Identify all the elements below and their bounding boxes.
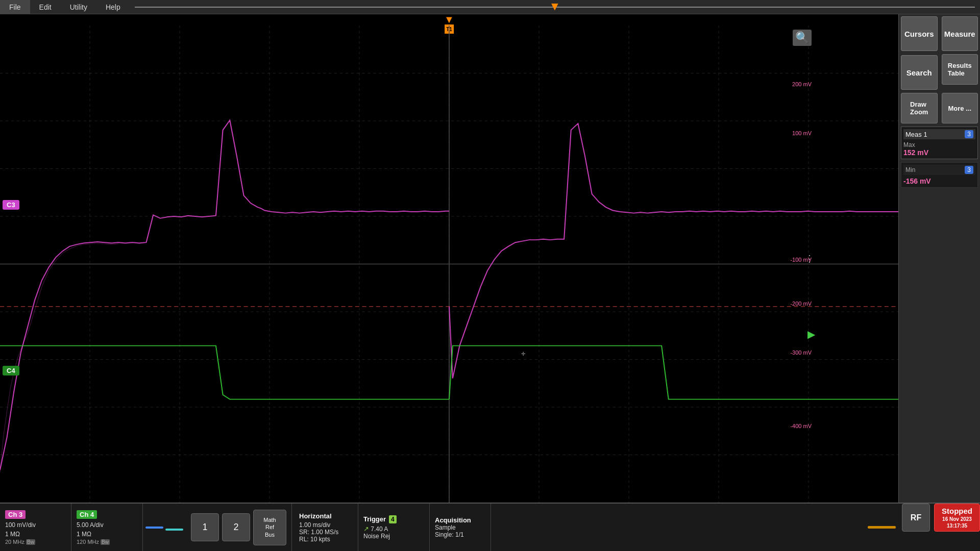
meas1-header: Meas 1 3 (903, 129, 975, 139)
context-menu-dots[interactable]: ⋮ (805, 253, 814, 264)
voltage-label-200mv: 200 mV (792, 81, 812, 87)
rf-button[interactable]: RF (902, 504, 930, 532)
stopped-button[interactable]: Stopped 16 Nov 2023 13:17:35 (934, 504, 980, 532)
trigger-block: Trigger 4 ↗ 7.40 A Noise Rej (358, 504, 430, 551)
trigger-title-row: Trigger 4 (363, 515, 424, 523)
meas1-title: Meas 1 (905, 131, 927, 138)
channel-color-indicator (868, 526, 896, 529)
voltage-label-neg400mv: -400 mV (790, 423, 812, 429)
trigger-title: Trigger (363, 515, 386, 523)
horizontal-block: Horizontal 1.00 ms/div SR: 1.00 MS/s RL:… (292, 504, 358, 551)
ch4-block: Ch 4 5.00 A/div 1 MΩ 120 MHz Bw (71, 504, 143, 551)
horizontal-samplerate: SR: 1.00 MS/s (299, 529, 351, 536)
acquisition-title: Acquisition (435, 516, 485, 524)
bottom-bar: Ch 3 100 mV/div 1 MΩ 20 MHz Bw Ch 4 5.00… (0, 503, 980, 551)
nav-btn-2[interactable]: 2 (222, 513, 250, 541)
ch3-block: Ch 3 100 mV/div 1 MΩ 20 MHz Bw (0, 504, 71, 551)
right-panel: Cursors Measure Search Results Table Dra… (898, 14, 980, 503)
scope-zoom-icon[interactable]: 🔍 (793, 30, 812, 46)
ch3-badge[interactable]: C3 (3, 200, 19, 210)
meas1-badge: 3 (965, 130, 973, 138)
more-button[interactable]: More ... (942, 93, 978, 123)
meas1-min-section: Min 3 -156 mV (901, 162, 978, 188)
acquisition-detail: Single: 1/1 (435, 531, 485, 538)
ch4-vdiv: 5.00 A/div (77, 520, 137, 530)
meas1-max-label: Max (903, 141, 975, 148)
spacer (491, 504, 866, 551)
meas1-min-badge: 3 (965, 166, 973, 174)
nav-buttons: 1 2 Math Ref Bus (186, 504, 292, 551)
menu-file[interactable]: File (0, 0, 30, 14)
ch4-impedance: 1 MΩ (77, 530, 137, 539)
voltage-label-100mv: 100 mV (792, 130, 812, 136)
ch4-label[interactable]: Ch 4 (77, 510, 97, 519)
menu-bar: File Edit Utility Help (0, 0, 980, 14)
draw-zoom-button[interactable]: Draw Zoom (901, 93, 938, 123)
horizontal-timebase: 1.00 ms/div (299, 521, 351, 529)
results-table-button[interactable]: Results Table (942, 54, 978, 85)
stopped-label: Stopped (942, 506, 972, 516)
acquisition-block: Acquisition Sample Single: 1/1 (430, 504, 491, 551)
trigger-type: ↗ 7.40 A (363, 525, 424, 533)
indicator-blue (145, 527, 163, 529)
cursors-button[interactable]: Cursors (901, 16, 938, 51)
ch4-bandwidth: 120 MHz Bw (77, 539, 137, 545)
menu-help[interactable]: Help (96, 0, 130, 14)
measure-button[interactable]: Measure (942, 16, 978, 51)
voltage-label-neg200mv: -200 mV (790, 300, 812, 307)
trigger-noise-rej: Noise Rej (363, 533, 424, 540)
main-area: ▼ T1 (0, 14, 980, 503)
measurement-section: Meas 1 3 Max 152 mV (901, 127, 978, 159)
voltage-label-neg300mv: -300 mV (790, 349, 812, 356)
waveform-indicators (143, 504, 186, 551)
trigger-badge: 4 (389, 515, 397, 523)
ch3-label[interactable]: Ch 3 (5, 510, 26, 519)
indicator-cyan (165, 529, 183, 531)
ch3-vdiv: 100 mV/div (5, 520, 66, 530)
meas1-min-value: -156 mV (903, 177, 975, 185)
scope-display: ▼ T1 (0, 14, 898, 503)
waveform-svg (0, 26, 898, 503)
nav-btn-1[interactable]: 1 (191, 513, 219, 541)
trigger-position-marker[interactable] (551, 4, 558, 11)
ch4-badge[interactable]: C4 (3, 366, 19, 375)
search-button[interactable]: Search (901, 55, 938, 90)
datetime-label: 16 Nov 2023 13:17:35 (942, 516, 972, 529)
meas1-min-label: Min (905, 166, 915, 173)
math-ref-bus-button[interactable]: Math Ref Bus (253, 510, 286, 545)
menu-edit[interactable]: Edit (30, 0, 61, 14)
horizontal-title: Horizontal (299, 512, 351, 520)
ch3-bandwidth: 20 MHz Bw (5, 539, 66, 545)
cursor-position: ✛ (521, 351, 526, 356)
cursor-arrow[interactable]: ▶ (807, 328, 815, 340)
acquisition-mode: Sample (435, 524, 485, 531)
horizontal-rl: RL: 10 kpts (299, 536, 351, 543)
ch3-impedance: 1 MΩ (5, 530, 66, 539)
meas1-max-value: 152 mV (903, 148, 975, 157)
menu-utility[interactable]: Utility (61, 0, 96, 14)
